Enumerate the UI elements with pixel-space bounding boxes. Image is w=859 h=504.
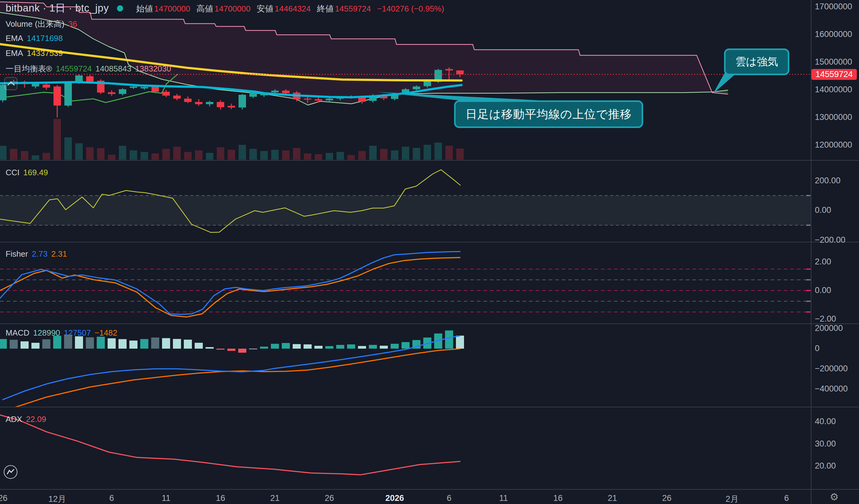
candle xyxy=(173,96,181,99)
time-tick: 12月 xyxy=(48,493,66,504)
adx-label: ADX xyxy=(5,414,22,424)
macd-value-2: 127507 xyxy=(64,328,91,338)
legend-ema-fast[interactable]: EMA 14171698 xyxy=(5,34,63,43)
macd-tick: −200000 xyxy=(815,364,848,374)
ema-slow-label: EMA xyxy=(5,48,23,58)
macd-histogram-bar xyxy=(391,344,399,349)
macd-histogram-bar xyxy=(162,338,170,349)
volume-bar xyxy=(347,155,355,160)
volume-bar xyxy=(43,153,50,160)
macd-histogram-bar xyxy=(227,349,236,351)
macd-histogram-bar xyxy=(75,336,83,349)
ema-slow-value: 14337539 xyxy=(27,48,63,58)
candle xyxy=(43,84,50,88)
time-tick: 26 xyxy=(0,493,7,503)
macd-histogram-bar xyxy=(445,331,453,349)
macd-tick: 200000 xyxy=(815,324,843,333)
close-value: 14559724 xyxy=(335,4,371,14)
price-tick: 14000000 xyxy=(815,85,852,94)
fisher-label: Fisher xyxy=(5,249,28,259)
volume-bar xyxy=(217,147,224,160)
volume-bar xyxy=(21,151,28,160)
cci-value: 169.49 xyxy=(23,168,48,177)
open-value: 14700000 xyxy=(154,4,190,14)
volume-bar xyxy=(32,155,39,160)
candle xyxy=(151,86,159,92)
volume-bar xyxy=(413,148,420,160)
candle xyxy=(239,95,246,108)
candle xyxy=(304,98,311,99)
volume-bar xyxy=(108,155,115,160)
volume-bar xyxy=(315,154,322,160)
time-tick: 26 xyxy=(325,493,334,503)
volume-bar xyxy=(10,149,17,160)
time-axis[interactable]: 2612月61116212620266111621262月6 xyxy=(0,489,859,504)
macd-histogram-bar xyxy=(293,344,301,349)
macd-histogram-bar xyxy=(249,349,257,349)
volume-bar xyxy=(380,149,388,160)
macd-histogram-bar xyxy=(108,338,116,349)
volume-bar xyxy=(173,147,181,160)
annotation-cloud-bullish[interactable]: 雲は強気 xyxy=(724,48,789,75)
candle xyxy=(217,102,224,107)
time-tick: 21 xyxy=(608,493,617,503)
candle xyxy=(315,99,322,100)
fisher-tick: 0.00 xyxy=(815,286,831,295)
volume-bar xyxy=(151,154,159,160)
volume-bar xyxy=(184,152,192,160)
volume-bar xyxy=(358,151,366,160)
volume-bar xyxy=(456,148,464,160)
main-pane xyxy=(0,2,811,160)
macd-histogram-bar xyxy=(42,339,50,349)
collapse-legend-button[interactable] xyxy=(4,77,17,90)
market-status-icon xyxy=(117,5,123,12)
legend-volume[interactable]: Volume (出来高) 36 xyxy=(5,19,77,30)
volume-bar xyxy=(304,154,311,160)
volume-bar xyxy=(54,119,61,160)
legend-macd[interactable]: MACD 128990 127507 −1482 xyxy=(5,328,117,338)
macd-histogram-bar xyxy=(325,346,333,349)
legend-ichimoku[interactable]: 一目均衡表® 14559724 14085843 13832030 xyxy=(5,63,171,74)
candle xyxy=(456,70,464,74)
candle xyxy=(54,86,61,105)
price-tick: 13000000 xyxy=(815,112,852,122)
fisher-value-2: 2.31 xyxy=(51,249,67,259)
volume-bar xyxy=(195,151,202,160)
volume-bar xyxy=(206,153,213,160)
adx-tick: 20.00 xyxy=(815,461,836,471)
price-tick: 15000000 xyxy=(815,57,852,67)
low-value: 14464324 xyxy=(275,4,311,14)
macd-label: MACD xyxy=(5,328,30,338)
macd-histogram-bar xyxy=(347,344,355,349)
volume-bar xyxy=(97,148,105,160)
time-tick: 6 xyxy=(109,493,114,503)
macd-histogram-bar xyxy=(336,345,344,349)
legend-cci[interactable]: CCI 169.49 xyxy=(5,168,48,177)
time-tick: 6 xyxy=(447,493,451,503)
candle xyxy=(271,91,278,92)
symbol-title[interactable]: bitbank · 1日 · btc_jpy xyxy=(5,1,109,15)
macd-histogram-bar xyxy=(402,342,410,349)
adx-value: 22.09 xyxy=(26,414,46,424)
candle xyxy=(86,76,94,81)
tradingview-logo[interactable] xyxy=(4,465,17,479)
legend-fisher[interactable]: Fisher 2.73 2.31 xyxy=(5,249,67,259)
macd-histogram-bar xyxy=(140,339,148,349)
annotation-above-ma[interactable]: 日足は移動平均線の上位で推移 xyxy=(454,100,643,128)
candle xyxy=(195,102,202,104)
chart-canvas[interactable] xyxy=(0,0,859,504)
price-tick: 17000000 xyxy=(815,2,852,12)
price-tick: 12000000 xyxy=(815,140,852,150)
chart-header: bitbank · 1日 · btc_jpy 始値14700000 高値1470… xyxy=(5,1,444,15)
legend-ema-slow[interactable]: EMA 14337539 xyxy=(5,48,63,58)
time-tick: 21 xyxy=(270,493,280,503)
legend-adx[interactable]: ADX 22.09 xyxy=(5,414,46,424)
low-label: 安値 xyxy=(257,3,273,14)
macd-histogram-bar xyxy=(216,349,225,350)
volume-bar xyxy=(239,145,246,160)
volume-bar xyxy=(402,147,409,160)
chevron-up-icon xyxy=(7,81,15,89)
gear-icon[interactable]: ⚙ xyxy=(830,491,839,503)
macd-histogram-bar xyxy=(31,343,40,349)
volume-label: Volume (出来高) xyxy=(5,19,64,30)
